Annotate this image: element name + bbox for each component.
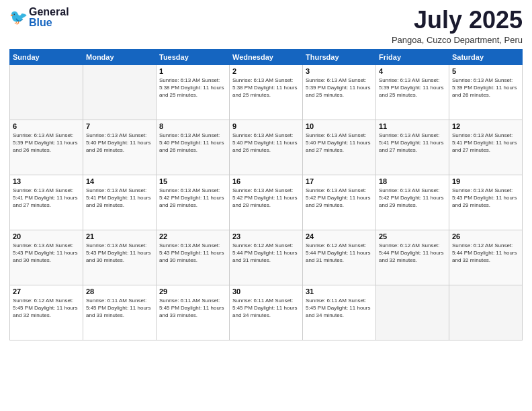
- weekday-header: Tuesday: [157, 49, 230, 64]
- logo-general-text: General: [29, 7, 69, 17]
- calendar-cell: 29Sunrise: 6:11 AM Sunset: 5:45 PM Dayli…: [157, 285, 230, 340]
- day-number: 12: [452, 122, 519, 130]
- calendar-cell: 12Sunrise: 6:13 AM Sunset: 5:41 PM Dayli…: [449, 120, 523, 175]
- day-info: Sunrise: 6:13 AM Sunset: 5:39 PM Dayligh…: [306, 77, 373, 99]
- day-number: 19: [452, 177, 519, 185]
- logo-bird-icon: 🐦: [9, 10, 28, 25]
- day-number: 25: [379, 232, 446, 240]
- calendar-week-row: 1Sunrise: 6:13 AM Sunset: 5:38 PM Daylig…: [10, 64, 523, 120]
- day-number: 22: [159, 232, 226, 240]
- day-info: Sunrise: 6:13 AM Sunset: 5:40 PM Dayligh…: [306, 132, 373, 154]
- calendar-cell: [449, 285, 523, 340]
- weekday-header-row: SundayMondayTuesdayWednesdayThursdayFrid…: [10, 49, 523, 64]
- day-info: Sunrise: 6:12 AM Sunset: 5:44 PM Dayligh…: [232, 242, 300, 265]
- day-info: Sunrise: 6:13 AM Sunset: 5:43 PM Dayligh…: [452, 187, 519, 210]
- day-number: 18: [379, 177, 446, 185]
- logo-blue-text: Blue: [29, 17, 69, 28]
- day-number: 13: [13, 177, 80, 185]
- calendar-cell: [83, 64, 157, 120]
- day-info: Sunrise: 6:11 AM Sunset: 5:45 PM Dayligh…: [86, 297, 153, 320]
- calendar-week-row: 13Sunrise: 6:13 AM Sunset: 5:41 PM Dayli…: [10, 175, 523, 230]
- day-number: 30: [232, 287, 300, 295]
- calendar-table: SundayMondayTuesdayWednesdayThursdayFrid…: [9, 49, 523, 340]
- calendar-cell: 13Sunrise: 6:13 AM Sunset: 5:41 PM Dayli…: [10, 175, 83, 230]
- day-info: Sunrise: 6:12 AM Sunset: 5:44 PM Dayligh…: [379, 242, 446, 265]
- day-number: 4: [379, 67, 446, 75]
- weekday-header: Sunday: [10, 49, 83, 64]
- calendar-cell: 19Sunrise: 6:13 AM Sunset: 5:43 PM Dayli…: [449, 175, 523, 230]
- day-info: Sunrise: 6:13 AM Sunset: 5:38 PM Dayligh…: [232, 77, 300, 99]
- header: 🐦 General Blue July 2025 Pangoa, Cuzco D…: [9, 7, 523, 45]
- day-number: 6: [13, 122, 80, 130]
- day-info: Sunrise: 6:13 AM Sunset: 5:39 PM Dayligh…: [13, 132, 80, 154]
- calendar-cell: 28Sunrise: 6:11 AM Sunset: 5:45 PM Dayli…: [83, 285, 157, 340]
- day-info: Sunrise: 6:13 AM Sunset: 5:38 PM Dayligh…: [159, 77, 226, 99]
- day-number: 8: [159, 122, 226, 130]
- day-info: Sunrise: 6:12 AM Sunset: 5:44 PM Dayligh…: [452, 242, 519, 265]
- calendar-cell: 15Sunrise: 6:13 AM Sunset: 5:42 PM Dayli…: [157, 175, 230, 230]
- calendar-cell: [10, 64, 83, 120]
- day-number: 1: [159, 67, 226, 75]
- calendar-week-row: 20Sunrise: 6:13 AM Sunset: 5:43 PM Dayli…: [10, 230, 523, 285]
- day-number: 15: [159, 177, 226, 185]
- day-info: Sunrise: 6:13 AM Sunset: 5:43 PM Dayligh…: [159, 242, 226, 265]
- day-info: Sunrise: 6:13 AM Sunset: 5:41 PM Dayligh…: [452, 132, 519, 154]
- calendar-cell: 16Sunrise: 6:13 AM Sunset: 5:42 PM Dayli…: [230, 175, 303, 230]
- weekday-header: Friday: [376, 49, 449, 64]
- day-number: 24: [306, 232, 373, 240]
- day-number: 14: [86, 177, 153, 185]
- day-number: 5: [452, 67, 519, 75]
- day-number: 31: [306, 287, 373, 295]
- day-number: 11: [379, 122, 446, 130]
- location-text: Pangoa, Cuzco Department, Peru: [392, 35, 523, 45]
- title-area: July 2025 Pangoa, Cuzco Department, Peru: [392, 7, 523, 45]
- weekday-header: Monday: [83, 49, 157, 64]
- weekday-header: Wednesday: [230, 49, 303, 64]
- day-info: Sunrise: 6:13 AM Sunset: 5:41 PM Dayligh…: [13, 187, 80, 210]
- day-number: 29: [159, 287, 226, 295]
- calendar-cell: 1Sunrise: 6:13 AM Sunset: 5:38 PM Daylig…: [157, 64, 230, 120]
- calendar-cell: 7Sunrise: 6:13 AM Sunset: 5:40 PM Daylig…: [83, 120, 157, 175]
- day-info: Sunrise: 6:13 AM Sunset: 5:42 PM Dayligh…: [159, 187, 226, 210]
- day-info: Sunrise: 6:13 AM Sunset: 5:39 PM Dayligh…: [379, 77, 446, 99]
- calendar-cell: 30Sunrise: 6:11 AM Sunset: 5:45 PM Dayli…: [230, 285, 303, 340]
- calendar-week-row: 6Sunrise: 6:13 AM Sunset: 5:39 PM Daylig…: [10, 120, 523, 175]
- calendar-cell: 5Sunrise: 6:13 AM Sunset: 5:39 PM Daylig…: [449, 64, 523, 120]
- calendar-cell: [376, 285, 449, 340]
- calendar-cell: 4Sunrise: 6:13 AM Sunset: 5:39 PM Daylig…: [376, 64, 449, 120]
- calendar-cell: 31Sunrise: 6:11 AM Sunset: 5:45 PM Dayli…: [303, 285, 376, 340]
- day-number: 17: [306, 177, 373, 185]
- weekday-header: Saturday: [449, 49, 523, 64]
- day-info: Sunrise: 6:13 AM Sunset: 5:39 PM Dayligh…: [452, 77, 519, 99]
- day-number: 2: [232, 67, 300, 75]
- calendar-page: 🐦 General Blue July 2025 Pangoa, Cuzco D…: [0, 0, 532, 411]
- day-info: Sunrise: 6:13 AM Sunset: 5:41 PM Dayligh…: [86, 187, 153, 210]
- calendar-cell: 26Sunrise: 6:12 AM Sunset: 5:44 PM Dayli…: [449, 230, 523, 285]
- calendar-cell: 3Sunrise: 6:13 AM Sunset: 5:39 PM Daylig…: [303, 64, 376, 120]
- calendar-cell: 24Sunrise: 6:12 AM Sunset: 5:44 PM Dayli…: [303, 230, 376, 285]
- day-info: Sunrise: 6:12 AM Sunset: 5:45 PM Dayligh…: [13, 297, 80, 320]
- day-info: Sunrise: 6:13 AM Sunset: 5:40 PM Dayligh…: [232, 132, 300, 154]
- day-info: Sunrise: 6:11 AM Sunset: 5:45 PM Dayligh…: [232, 297, 300, 320]
- calendar-cell: 9Sunrise: 6:13 AM Sunset: 5:40 PM Daylig…: [230, 120, 303, 175]
- day-number: 26: [452, 232, 519, 240]
- day-info: Sunrise: 6:13 AM Sunset: 5:43 PM Dayligh…: [86, 242, 153, 265]
- calendar-cell: 6Sunrise: 6:13 AM Sunset: 5:39 PM Daylig…: [10, 120, 83, 175]
- day-info: Sunrise: 6:12 AM Sunset: 5:44 PM Dayligh…: [306, 242, 373, 265]
- calendar-cell: 27Sunrise: 6:12 AM Sunset: 5:45 PM Dayli…: [10, 285, 83, 340]
- calendar-cell: 10Sunrise: 6:13 AM Sunset: 5:40 PM Dayli…: [303, 120, 376, 175]
- calendar-cell: 14Sunrise: 6:13 AM Sunset: 5:41 PM Dayli…: [83, 175, 157, 230]
- day-number: 16: [232, 177, 300, 185]
- day-info: Sunrise: 6:13 AM Sunset: 5:42 PM Dayligh…: [306, 187, 373, 210]
- calendar-cell: 17Sunrise: 6:13 AM Sunset: 5:42 PM Dayli…: [303, 175, 376, 230]
- logo: 🐦 General Blue: [9, 7, 69, 28]
- day-number: 21: [86, 232, 153, 240]
- month-title: July 2025: [392, 7, 523, 34]
- day-number: 3: [306, 67, 373, 75]
- calendar-cell: 25Sunrise: 6:12 AM Sunset: 5:44 PM Dayli…: [376, 230, 449, 285]
- logo-name: General Blue: [29, 7, 69, 28]
- calendar-cell: 2Sunrise: 6:13 AM Sunset: 5:38 PM Daylig…: [230, 64, 303, 120]
- weekday-header: Thursday: [303, 49, 376, 64]
- calendar-cell: 23Sunrise: 6:12 AM Sunset: 5:44 PM Dayli…: [230, 230, 303, 285]
- day-number: 10: [306, 122, 373, 130]
